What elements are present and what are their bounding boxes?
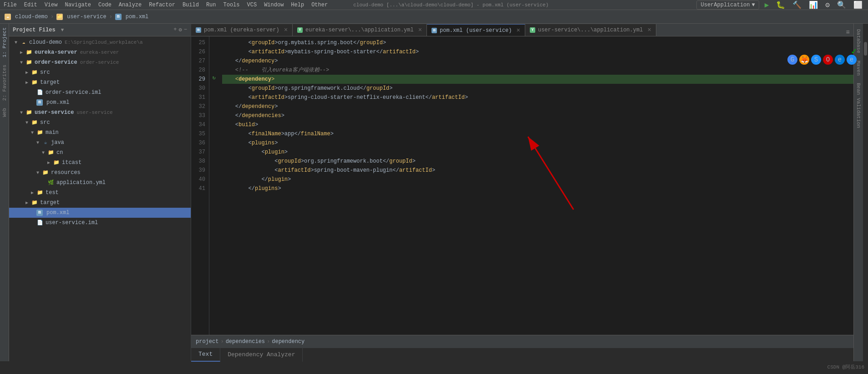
tree-item-user-pom[interactable]: m pom.xml	[9, 208, 191, 218]
vertical-scrollbar[interactable]	[863, 24, 868, 361]
chrome-icon[interactable]: G	[787, 55, 797, 65]
tree-item-order-iml[interactable]: 📄 order-service.iml	[9, 87, 191, 97]
menu-tools[interactable]: Tools	[223, 2, 240, 8]
tree-label: user-service.iml	[46, 220, 98, 226]
maximize-button[interactable]: ⬜	[852, 0, 864, 10]
line-num-25: 25	[191, 38, 209, 47]
line-numbers: 25 26 27 28 29 30 31 32 33 34 35 36 37 3…	[191, 36, 209, 335]
tree-item-eureka-server[interactable]: ▶ 📁 eureka-server eureka-server	[9, 47, 191, 57]
folder-icon: ☁	[20, 39, 27, 46]
menu-file[interactable]: File	[4, 2, 17, 8]
menu-view[interactable]: View	[45, 2, 58, 8]
ie-icon[interactable]: e	[847, 55, 857, 65]
opera-icon[interactable]: O	[823, 55, 833, 65]
tree-item-cloud-demo[interactable]: ▼ ☁ cloud-demo E:\SpringCloud_workplace\…	[9, 37, 191, 47]
tree-label: src	[40, 119, 50, 126]
tree-item-resources[interactable]: ▼ 📁 resources	[9, 168, 191, 178]
settings-button[interactable]: ⚙	[823, 0, 832, 10]
editor-area: m pom.xml (eureka-server) × Y eureka-ser…	[191, 24, 853, 361]
line-num-30: 30	[191, 84, 209, 93]
footer-tab-text-label: Text	[198, 351, 213, 358]
menu-navigate[interactable]: Navigate	[65, 2, 91, 8]
tree-item-order-src[interactable]: ▶ 📁 src	[9, 67, 191, 77]
build-button[interactable]: 🔨	[791, 0, 803, 10]
tree-item-user-iml[interactable]: 📄 user-service.iml	[9, 218, 191, 228]
menu-refactor[interactable]: Refactor	[149, 2, 175, 8]
breadcrumb-project[interactable]: cloud-demo	[15, 14, 48, 20]
tab-overflow-button[interactable]: ≡	[843, 29, 853, 36]
sidebar-header: Project Files ▼ + ⚙ −	[9, 24, 191, 36]
code-line-40: </plugin>	[222, 175, 853, 184]
tab-web[interactable]: Web	[1, 104, 8, 121]
tree-item-user-service[interactable]: ▼ 📁 user-service user-service	[9, 108, 191, 118]
expand-arrow: ▶	[25, 80, 31, 85]
menu-help[interactable]: Help	[291, 2, 304, 8]
nav-project[interactable]: project	[196, 338, 218, 345]
tree-item-java[interactable]: ▼ ☕ java	[9, 138, 191, 148]
tab-user-pom[interactable]: m pom.xml (user-service) ×	[427, 24, 525, 36]
tab-eureka-yml[interactable]: Y eureka-server\...\application.yml ×	[293, 24, 427, 36]
tree-label: main	[46, 129, 59, 136]
folder-icon: 📁	[36, 129, 44, 136]
edge-icon[interactable]: e	[835, 55, 845, 65]
tab-eureka-pom[interactable]: m pom.xml (eureka-server) ×	[191, 24, 293, 36]
expand-arrow: ▼	[20, 110, 25, 115]
tab-close-button[interactable]: ×	[418, 26, 422, 34]
firefox-icon[interactable]: 🦊	[799, 55, 809, 65]
menu-code[interactable]: Code	[98, 2, 112, 8]
expand-arrow: ▼	[42, 150, 47, 155]
coverage-button[interactable]: 📊	[807, 0, 820, 10]
sidebar-dropdown-icon[interactable]: ▼	[61, 27, 64, 33]
footer-tab-text[interactable]: Text	[191, 348, 220, 362]
sidebar-tool-config[interactable]: ⚙	[179, 26, 182, 33]
tree-label: eureka-server	[35, 49, 77, 56]
tree-label: target	[40, 79, 60, 86]
main-layout: 1: Project 2: Favorites Web Project File…	[0, 24, 868, 361]
java-folder-icon: ☕	[42, 139, 49, 146]
run-button[interactable]: ▶	[763, 0, 771, 10]
menu-edit[interactable]: Edit	[24, 2, 37, 8]
tab-user-yml[interactable]: Y user-service\...\application.yml ×	[525, 24, 656, 36]
line-num-37: 37	[191, 148, 209, 157]
xml-icon: m	[36, 99, 43, 106]
breadcrumb-module[interactable]: user-service	[67, 14, 106, 20]
tree-label: java	[51, 139, 64, 146]
menu-other[interactable]: Other	[311, 2, 328, 8]
tree-sublabel: E:\SpringCloud_workplace\a	[65, 40, 143, 45]
nav-dependency[interactable]: dependency	[272, 338, 305, 345]
debug-button[interactable]: 🐛	[774, 0, 787, 10]
tree-item-itcast[interactable]: ▶ 📁 itcast	[9, 158, 191, 168]
tree-item-main[interactable]: ▼ 📁 main	[9, 128, 191, 138]
search-button[interactable]: 🔍	[835, 0, 848, 10]
run-config-selector[interactable]: UserApplication ▼	[696, 0, 759, 10]
tab-close-button[interactable]: ×	[647, 26, 651, 34]
breadcrumb-file[interactable]: pom.xml	[126, 14, 148, 20]
expand-arrow: ▼	[15, 40, 20, 45]
menu-run[interactable]: Run	[206, 2, 216, 8]
code-line-26: <artifactId>mybatis-spring-boot-starter<…	[222, 47, 853, 56]
tree-item-order-target[interactable]: ▶ 📁 target	[9, 77, 191, 87]
tab-project[interactable]: 1: Project	[1, 24, 8, 61]
tab-close-button[interactable]: ×	[517, 27, 520, 34]
tab-favorites[interactable]: 2: Favorites	[1, 61, 8, 104]
tree-item-app-yml[interactable]: 🌿 application.yml	[9, 178, 191, 188]
code-content[interactable]: <groupId>org.mybatis.spring.boot</groupI…	[218, 36, 853, 335]
menu-analyze[interactable]: Analyze	[119, 2, 142, 8]
footer-tab-dependency-analyzer[interactable]: Dependency Analyzer	[220, 348, 303, 362]
sidebar-tool-add[interactable]: +	[173, 26, 177, 33]
menu-build[interactable]: Build	[183, 2, 199, 8]
sidebar-tool-collapse[interactable]: −	[184, 26, 187, 33]
tree-item-user-src[interactable]: ▼ 📁 src	[9, 118, 191, 128]
tree-item-cn[interactable]: ▼ 📁 cn	[9, 148, 191, 158]
menu-vcs[interactable]: VCS	[247, 2, 257, 8]
menu-window[interactable]: Window	[264, 2, 284, 8]
tab-bean-validation[interactable]: Bean Validation	[855, 79, 862, 132]
tree-item-order-pom[interactable]: m pom.xml	[9, 97, 191, 108]
tree-item-order-service[interactable]: ▼ 📁 order-service order-service	[9, 57, 191, 67]
tree-item-user-target[interactable]: ▶ 📁 target	[9, 198, 191, 208]
tab-icon: Y	[297, 27, 303, 33]
tab-close-button[interactable]: ×	[284, 26, 288, 34]
safari-icon[interactable]: S	[811, 55, 821, 65]
nav-dependencies[interactable]: dependencies	[226, 338, 265, 345]
tree-item-test[interactable]: ▶ 📁 test	[9, 188, 191, 198]
